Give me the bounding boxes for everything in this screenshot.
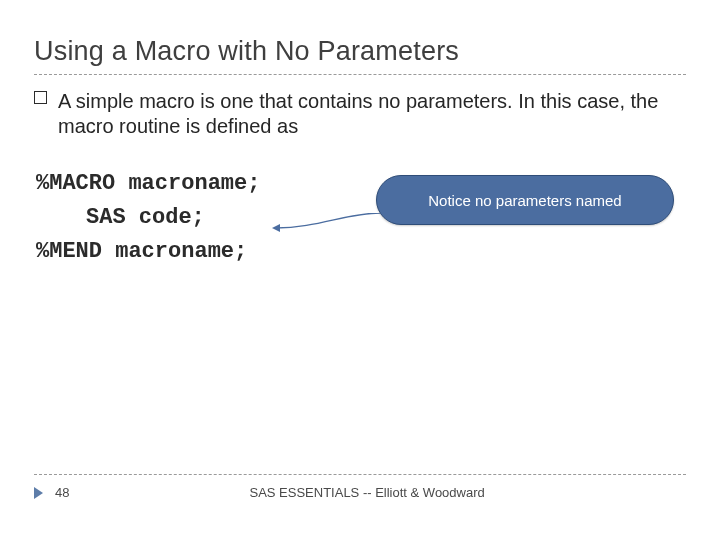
- square-bullet-icon: [34, 91, 47, 104]
- code-line-3: %MEND macroname;: [36, 235, 686, 269]
- svg-marker-0: [272, 224, 280, 232]
- footer: 48 SAS ESSENTIALS -- Elliott & Woodward: [34, 474, 686, 500]
- slide-title: Using a Macro with No Parameters: [34, 36, 686, 75]
- body-text: A simple macro is one that contains no p…: [58, 90, 658, 137]
- callout-text: Notice no parameters named: [428, 192, 621, 209]
- callout-bubble: Notice no parameters named: [376, 175, 674, 225]
- page-number: 48: [55, 485, 69, 500]
- connector-line-icon: [272, 213, 380, 233]
- triangle-marker-icon: [34, 487, 43, 499]
- slide: Using a Macro with No Parameters A simpl…: [0, 0, 720, 540]
- footer-text: SAS ESSENTIALS -- Elliott & Woodward: [249, 485, 484, 500]
- body-paragraph: A simple macro is one that contains no p…: [34, 89, 686, 139]
